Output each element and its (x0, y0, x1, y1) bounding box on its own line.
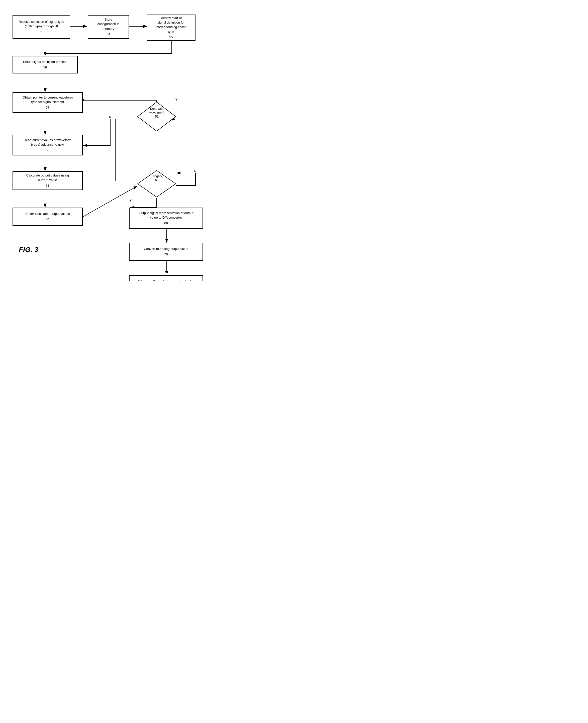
box-calculate: Calculate output values using current va… (13, 171, 83, 190)
box-setup-label: Setup signal definition process (23, 60, 67, 64)
box-store: Store configuration in memory 54 (88, 15, 129, 39)
box-read-label: Read current values of waveform type & a… (24, 138, 72, 147)
box-identify-label: Identify start of signal definition for … (156, 16, 186, 34)
box-obtain-num: 57 (46, 105, 49, 110)
flowchart-diagram: Receive selection of signal type (collar… (5, 7, 220, 273)
box-output-digital: Output digital representation of output … (129, 208, 203, 229)
fig-label: FIG. 3 (19, 246, 38, 254)
diamond-trigger-label: Trigger?66 (139, 174, 175, 182)
diamond-trigger: Trigger?66 (138, 170, 176, 198)
diamond-trigger-num: 66 (155, 179, 159, 182)
box-output-digital-label: Output digital representation of output … (139, 211, 193, 220)
box-drive: Drive amplifier with analog output value… (129, 275, 203, 281)
box-buffer-label: Buffer calculated output values (25, 212, 70, 216)
box-receive-num: 52 (40, 30, 43, 34)
done-n-label: N (109, 115, 111, 119)
box-store-label: Store configuration in memory (97, 17, 119, 31)
box-setup: Setup signal definition process 56 (13, 56, 78, 74)
box-identify: Identify start of signal definition for … (147, 15, 195, 41)
diamond-done-label: Done withwaveform?59 (139, 107, 175, 119)
box-convert-label: Convert to analog output value (144, 247, 188, 251)
box-calculate-label: Calculate output values using current va… (26, 173, 69, 182)
box-read: Read current values of waveform type & a… (13, 135, 83, 156)
box-receive-label: Receive selection of signal type (collar… (19, 20, 64, 28)
box-store-num: 54 (106, 32, 110, 37)
box-buffer: Buffer calculated output values 64 (13, 208, 83, 226)
diamond-done-num: 59 (155, 115, 159, 118)
box-calculate-num: 61 (46, 184, 49, 188)
box-convert-num: 70 (164, 252, 168, 257)
box-identify-num: 55 (169, 35, 173, 40)
box-setup-num: 56 (43, 65, 47, 70)
done-y-label: Y (175, 98, 177, 101)
box-convert: Convert to analog output value 70 (129, 243, 203, 261)
box-obtain-label: Obtain pointer to current waveform type … (23, 95, 73, 104)
box-obtain: Obtain pointer to current waveform type … (13, 92, 83, 113)
diamond-done: Done withwaveform?59 (138, 102, 176, 131)
box-receive: Receive selection of signal type (collar… (13, 15, 70, 39)
trigger-y-label: Y (130, 199, 131, 202)
box-buffer-num: 64 (46, 217, 49, 222)
trigger-n-label: N (194, 169, 196, 173)
box-output-digital-num: 68 (164, 221, 168, 226)
box-read-num: 60 (46, 148, 49, 152)
box-drive-label: Drive amplifier with analog output value (138, 279, 194, 281)
